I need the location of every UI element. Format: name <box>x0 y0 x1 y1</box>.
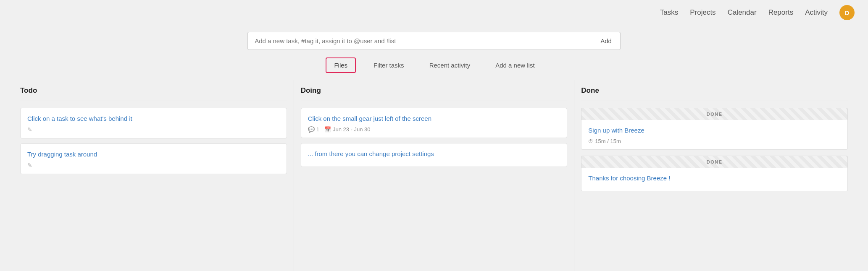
toolbar: Files Filter tasks Recent activity Add a… <box>0 53 868 80</box>
table-row[interactable]: Sign up with Breeze ⏱ 15m / 15m <box>581 120 848 150</box>
table-row[interactable]: Click on the small gear just left of the… <box>301 108 568 138</box>
table-row[interactable]: Click on a task to see what's behind it … <box>20 108 287 138</box>
doing-column-header: Doing <box>301 80 568 101</box>
pencil-icon: ✎ <box>27 162 280 169</box>
task-title[interactable]: Click on a task to see what's behind it <box>27 114 280 123</box>
calendar-icon: 📅 <box>324 126 331 133</box>
top-nav: Tasks Projects Calendar Reports Activity… <box>0 0 868 25</box>
nav-reports[interactable]: Reports <box>768 8 794 17</box>
comment-count: 💬 1 <box>308 126 319 133</box>
task-title[interactable]: Click on the small gear just left of the… <box>308 114 560 123</box>
table-row[interactable]: ... from there you can change project se… <box>301 143 568 167</box>
todo-column-header: Todo <box>20 80 287 101</box>
recent-activity-button[interactable]: Recent activity <box>422 58 478 72</box>
date-range: 📅 Jun 23 - Jun 30 <box>324 126 371 133</box>
columns-wrapper: Todo Click on a task to see what's behin… <box>0 80 868 271</box>
nav-projects[interactable]: Projects <box>690 8 715 17</box>
user-avatar[interactable]: D <box>839 5 855 20</box>
pencil-icon: ✎ <box>27 126 280 133</box>
todo-column: Todo Click on a task to see what's behin… <box>13 80 294 271</box>
done-group-2: DONE Thanks for choosing Breeze ! <box>581 156 848 191</box>
task-title[interactable]: Try dragging task around <box>27 150 280 159</box>
nav-tasks[interactable]: Tasks <box>660 8 678 17</box>
date-text: Jun 23 - Jun 30 <box>333 126 371 133</box>
nav-activity[interactable]: Activity <box>805 8 828 17</box>
doing-column: Doing Click on the small gear just left … <box>294 80 575 271</box>
done-banner-2: DONE <box>581 156 848 168</box>
filter-tasks-button[interactable]: Filter tasks <box>366 58 412 72</box>
done-group-1: DONE Sign up with Breeze ⏱ 15m / 15m <box>581 108 848 150</box>
time-value: 15m / 15m <box>595 138 621 144</box>
task-title[interactable]: ... from there you can change project se… <box>308 149 560 158</box>
nav-calendar[interactable]: Calendar <box>728 8 757 17</box>
task-title[interactable]: Sign up with Breeze <box>588 126 841 135</box>
comment-icon: 💬 <box>308 126 315 133</box>
table-row[interactable]: Try dragging task around ✎ <box>20 143 287 174</box>
table-row[interactable]: Thanks for choosing Breeze ! <box>581 168 848 191</box>
clock-icon: ⏱ <box>588 138 593 144</box>
task-input[interactable] <box>247 32 592 50</box>
task-time: ⏱ 15m / 15m <box>588 138 841 144</box>
add-task-button[interactable]: Add <box>592 32 621 50</box>
comment-number: 1 <box>316 126 319 133</box>
add-new-list-button[interactable]: Add a new list <box>488 58 542 72</box>
task-title[interactable]: Thanks for choosing Breeze ! <box>588 174 841 182</box>
done-banner-1: DONE <box>581 108 848 120</box>
files-button[interactable]: Files <box>326 57 356 73</box>
task-meta: 💬 1 📅 Jun 23 - Jun 30 <box>308 126 560 133</box>
done-column: Done DONE Sign up with Breeze ⏱ 15m / 15… <box>574 80 855 271</box>
task-input-area: Add <box>0 25 868 53</box>
done-column-header: Done <box>581 80 848 101</box>
